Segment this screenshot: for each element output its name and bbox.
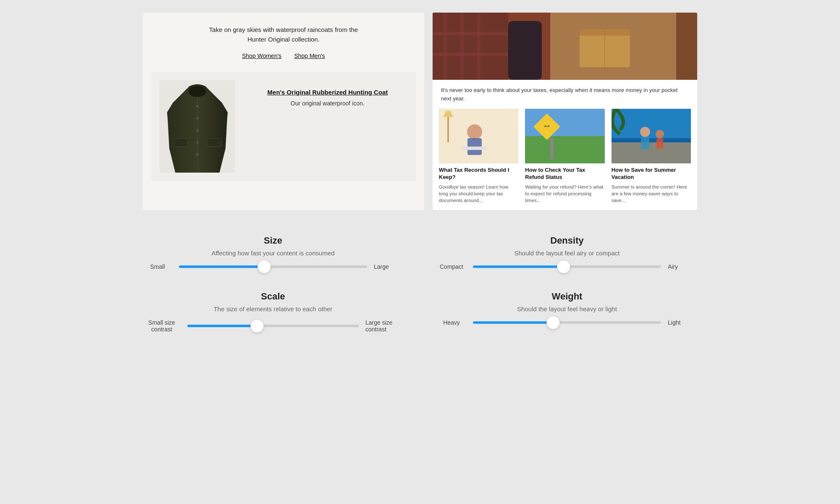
article-excerpt-2: Waiting for your refund? Here's what to … xyxy=(525,184,604,204)
left-tagline: Take on gray skies with waterproof rainc… xyxy=(204,25,363,44)
size-control: Size Affecting how fast your content is … xyxy=(143,235,403,270)
article-excerpt-3: Summer is around the corner! Here are a … xyxy=(612,184,691,204)
svg-rect-15 xyxy=(508,21,542,80)
intro-text: It's never too early to think about your… xyxy=(433,80,697,109)
shop-womens-link[interactable]: Shop Women's xyxy=(242,52,281,59)
scale-control: Scale The size of elements relative to e… xyxy=(143,291,403,333)
svg-text:↔: ↔ xyxy=(543,121,551,130)
svg-rect-30 xyxy=(525,109,604,136)
scale-slider[interactable] xyxy=(187,325,359,327)
product-title[interactable]: Men's Original Rubberized Hunting Coat xyxy=(248,89,407,96)
svg-rect-8 xyxy=(207,139,221,147)
svg-point-3 xyxy=(196,117,199,120)
scale-subtitle: The size of elements relative to each ot… xyxy=(214,305,333,312)
product-desc: Our original waterproof icon. xyxy=(248,100,407,107)
svg-point-37 xyxy=(640,127,650,137)
weight-slider[interactable] xyxy=(473,321,661,324)
weight-min-label: Heavy xyxy=(437,319,466,326)
svg-rect-31 xyxy=(550,138,554,159)
scale-max-label: Large size contrast xyxy=(365,319,403,333)
hero-image xyxy=(433,13,697,80)
svg-rect-27 xyxy=(462,147,487,150)
density-max-label: Airy xyxy=(668,263,697,270)
article-card-2[interactable]: ↔ How to Check Your Tax Refund Status Wa… xyxy=(525,109,604,204)
svg-rect-29 xyxy=(525,134,604,163)
scale-min-label: Small size contrast xyxy=(143,319,181,333)
article-thumb-1 xyxy=(439,109,518,163)
controls-left: Size Affecting how fast your content is … xyxy=(143,235,403,333)
article-title-3: How to Save for Summer Vacation xyxy=(612,167,691,181)
svg-rect-38 xyxy=(641,137,649,150)
weight-subtitle: Should the layout feel heavy or light xyxy=(517,305,617,312)
article-thumb-2: ↔ xyxy=(525,109,604,163)
scale-title: Scale xyxy=(261,291,285,302)
shop-mens-link[interactable]: Shop Men's xyxy=(294,52,325,59)
left-panel: Take on gray skies with waterproof rainc… xyxy=(143,13,424,210)
article-title-2: How to Check Your Tax Refund Status xyxy=(525,167,604,181)
svg-point-39 xyxy=(656,130,664,138)
product-area: Men's Original Rubberized Hunting Coat O… xyxy=(151,72,416,181)
svg-rect-7 xyxy=(173,139,187,147)
article-excerpt-1: Goodbye tax season! Learn how long you s… xyxy=(439,184,518,204)
controls-right: Density Should the layout feel airy or c… xyxy=(437,235,697,333)
article-card-1[interactable]: What Tax Records Should I Keep? Goodbye … xyxy=(439,109,518,204)
svg-rect-40 xyxy=(656,138,663,149)
size-slider-row: Small Large xyxy=(143,263,403,270)
svg-rect-36 xyxy=(612,142,691,163)
size-subtitle: Affecting how fast your content is consu… xyxy=(211,249,334,257)
svg-point-4 xyxy=(196,129,199,132)
product-info: Men's Original Rubberized Hunting Coat O… xyxy=(248,80,407,107)
article-title-1: What Tax Records Should I Keep? xyxy=(439,167,518,181)
size-slider[interactable] xyxy=(179,265,367,268)
density-subtitle: Should the layout feel airy or compact xyxy=(514,249,620,257)
top-section: Take on gray skies with waterproof rainc… xyxy=(143,13,697,210)
svg-point-5 xyxy=(196,141,199,144)
article-thumb-3 xyxy=(612,109,691,163)
density-title: Density xyxy=(550,235,583,246)
shop-links: Shop Women's Shop Men's xyxy=(242,52,325,59)
size-max-label: Large xyxy=(374,263,403,270)
scale-slider-row: Small size contrast Large size contrast xyxy=(143,319,403,333)
weight-max-label: Light xyxy=(668,319,697,326)
weight-slider-row: Heavy Light xyxy=(437,319,697,326)
svg-point-6 xyxy=(196,153,199,156)
svg-point-2 xyxy=(196,105,199,108)
density-slider[interactable] xyxy=(473,265,661,268)
svg-rect-23 xyxy=(447,117,449,142)
density-min-label: Compact xyxy=(437,263,466,270)
svg-point-0 xyxy=(189,86,206,97)
coat-image xyxy=(160,80,235,173)
density-control: Density Should the layout feel airy or c… xyxy=(437,235,697,270)
bottom-section: Size Affecting how fast your content is … xyxy=(143,235,697,333)
density-slider-row: Compact Airy xyxy=(437,263,697,270)
svg-point-25 xyxy=(467,124,482,139)
weight-title: Weight xyxy=(552,291,583,302)
article-card-3[interactable]: How to Save for Summer Vacation Summer i… xyxy=(612,109,691,204)
articles-grid: What Tax Records Should I Keep? Goodbye … xyxy=(433,109,697,210)
weight-control: Weight Should the layout feel heavy or l… xyxy=(437,291,697,326)
right-panel: It's never too early to think about your… xyxy=(433,13,697,210)
size-min-label: Small xyxy=(143,263,172,270)
size-title: Size xyxy=(264,235,282,246)
